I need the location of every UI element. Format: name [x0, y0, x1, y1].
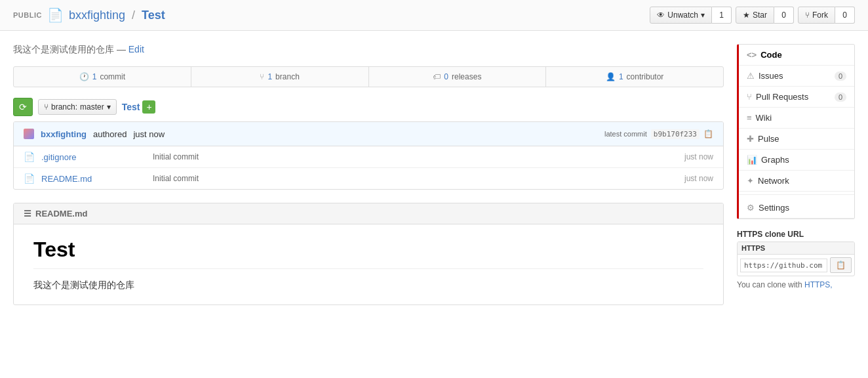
repo-path-link[interactable]: Test	[122, 102, 140, 112]
branches-count[interactable]: 1	[267, 72, 272, 81]
readme-header: ☰ README.md	[14, 203, 723, 224]
contributors-stat[interactable]: 👤 1 contributor	[546, 67, 723, 87]
repo-header-left: PUBLIC 📄 bxxfighting / Test	[13, 7, 165, 23]
repo-description: 我这个是测试使用的仓库 — Edit	[13, 44, 724, 56]
sidebar-wiki-label: Wiki	[756, 113, 772, 123]
fork-button[interactable]: ⑂ Fork	[798, 7, 835, 24]
pull-request-icon: ⑂	[747, 92, 752, 102]
branches-label: branch	[275, 72, 300, 81]
sidebar-item-pr-left: ⑂ Pull Requests	[747, 92, 808, 102]
branch-icon: ⑂	[44, 102, 49, 112]
clone-url-container: HTTPS 📋	[737, 242, 855, 276]
contributors-icon: 👤	[606, 72, 616, 81]
commits-count[interactable]: 1	[92, 72, 97, 81]
refresh-button[interactable]: ⟳	[13, 98, 33, 116]
clone-url-row: 📋	[738, 255, 854, 276]
sidebar-graphs-label: Graphs	[761, 155, 789, 165]
sidebar-item-issues[interactable]: ⚠ Issues 0	[739, 66, 854, 87]
settings-icon: ⚙	[747, 203, 755, 213]
sidebar-item-code[interactable]: <> Code	[737, 45, 854, 66]
releases-icon: 🏷	[433, 72, 441, 81]
path-breadcrumb: Test +	[122, 100, 156, 114]
sidebar-divider	[739, 194, 854, 195]
repo-separator: /	[132, 9, 135, 22]
repo-header: PUBLIC 📄 bxxfighting / Test 👁 Unwatch ▾ …	[0, 0, 868, 31]
branch-selector[interactable]: ⑂ branch: master ▾	[38, 99, 117, 115]
readme-header-icon: ☰	[24, 209, 31, 219]
sidebar-item-code-left: <> Code	[747, 50, 782, 60]
sidebar-item-graphs[interactable]: 📊 Graphs	[739, 150, 854, 171]
commit-author-link[interactable]: bxxfighting	[41, 129, 87, 139]
unwatch-group: 👁 Unwatch ▾ 1	[650, 7, 732, 24]
commits-label: commit	[100, 72, 125, 81]
sidebar: <> Code ⚠ Issues 0 ⑂ Pull Requests 0	[737, 44, 855, 305]
path-plus-button[interactable]: +	[142, 100, 155, 114]
repo-owner-link[interactable]: bxxfighting	[69, 9, 125, 22]
sidebar-item-pulse[interactable]: ✚ Pulse	[739, 129, 854, 150]
commits-stat[interactable]: 🕐 1 commit	[14, 67, 191, 87]
readme-content: Test 我这个是测试使用的仓库	[14, 224, 723, 304]
issues-badge: 0	[835, 72, 846, 81]
sidebar-item-settings-left: ⚙ Settings	[747, 203, 789, 213]
star-icon: ★	[743, 10, 750, 20]
file-name-link[interactable]: README.md	[41, 174, 146, 184]
file-time: just now	[684, 152, 713, 161]
network-icon: ✦	[747, 176, 754, 186]
sidebar-item-graphs-left: 📊 Graphs	[747, 155, 789, 165]
file-commit-msg: Initial commit	[153, 152, 678, 161]
clone-url-input[interactable]	[740, 259, 827, 272]
repo-header-actions: 👁 Unwatch ▾ 1 ★ Star 0 ⑂ Fork 0	[650, 7, 855, 24]
file-commit-msg: Initial commit	[153, 174, 678, 183]
main-container: 我这个是测试使用的仓库 — Edit 🕐 1 commit ⑂ 1 branch…	[0, 31, 868, 318]
file-table: bxxfighting authored just now latest com…	[13, 121, 724, 190]
sidebar-nav: <> Code ⚠ Issues 0 ⑂ Pull Requests 0	[737, 44, 855, 219]
file-icon: 📄	[24, 152, 35, 162]
file-icon: 📄	[24, 173, 35, 184]
fork-label: Fork	[812, 10, 828, 20]
file-time: just now	[684, 174, 713, 183]
clone-footer: You can clone with HTTPS,	[737, 280, 855, 289]
sidebar-item-pull-requests[interactable]: ⑂ Pull Requests 0	[739, 87, 854, 108]
readme-description: 我这个是测试使用的仓库	[33, 280, 703, 291]
contributors-count[interactable]: 1	[619, 72, 623, 81]
readme-title: Test	[33, 238, 703, 269]
branch-dropdown-icon: ▾	[107, 102, 111, 112]
sidebar-item-wiki[interactable]: ≡ Wiki	[739, 108, 854, 129]
branch-current: master	[80, 102, 104, 112]
repo-name-link[interactable]: Test	[142, 9, 165, 22]
sidebar-issues-label: Issues	[759, 71, 783, 81]
file-row: 📄 .gitignore Initial commit just now	[14, 146, 723, 168]
avatar	[24, 129, 34, 139]
description-text: 我这个是测试使用的仓库 —	[13, 44, 128, 54]
unwatch-button[interactable]: 👁 Unwatch ▾	[650, 7, 712, 24]
sidebar-settings-label: Settings	[759, 203, 789, 213]
pulse-icon: ✚	[747, 134, 754, 144]
issues-icon: ⚠	[747, 71, 755, 81]
clone-tab-https[interactable]: HTTPS	[738, 242, 854, 255]
branch-bar: ⟳ ⑂ branch: master ▾ Test +	[13, 98, 724, 116]
clone-https-link[interactable]: HTTPS,	[804, 280, 833, 289]
releases-count[interactable]: 0	[444, 72, 448, 81]
releases-label: releases	[452, 72, 481, 81]
sidebar-item-network[interactable]: ✦ Network	[739, 171, 854, 192]
clone-section-label: HTTPS clone URL	[737, 230, 855, 239]
clone-copy-button[interactable]: 📋	[830, 257, 852, 273]
copy-hash-icon[interactable]: 📋	[703, 129, 713, 138]
branches-icon: ⑂	[260, 72, 264, 81]
commit-time-header: just now	[133, 129, 165, 139]
releases-stat[interactable]: 🏷 0 releases	[369, 67, 547, 87]
star-group: ★ Star 0	[736, 7, 794, 24]
sidebar-network-label: Network	[758, 176, 789, 186]
unwatch-count: 1	[712, 7, 732, 24]
commit-header-row: bxxfighting authored just now latest com…	[14, 122, 723, 146]
fork-icon: ⑂	[805, 10, 810, 20]
sidebar-item-settings[interactable]: ⚙ Settings	[739, 198, 854, 219]
branches-stat[interactable]: ⑂ 1 branch	[191, 67, 369, 87]
file-name-link[interactable]: .gitignore	[41, 152, 146, 162]
commit-hash[interactable]: b9b170f233	[651, 129, 700, 139]
contributors-label: contributor	[627, 72, 664, 81]
star-label: Star	[753, 10, 767, 20]
star-button[interactable]: ★ Star	[736, 7, 774, 24]
edit-description-link[interactable]: Edit	[128, 44, 144, 54]
fork-count: 0	[835, 7, 855, 24]
